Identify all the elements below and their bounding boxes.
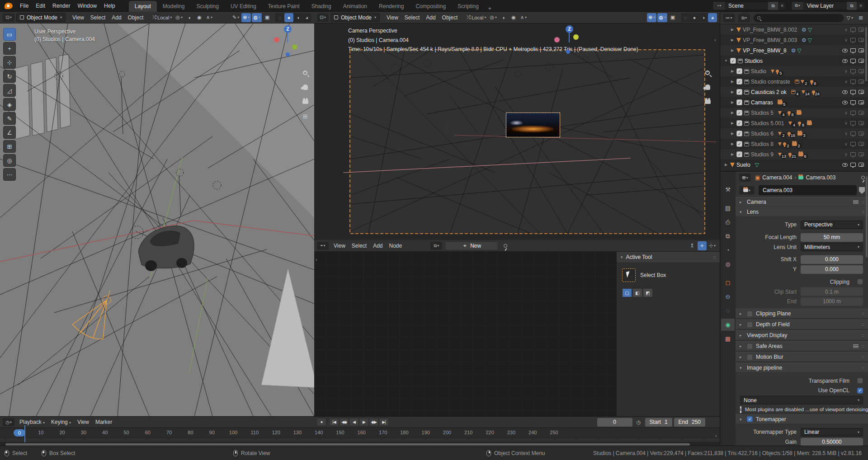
falloff-dropdown-icon[interactable]: ∧▾	[519, 13, 528, 22]
tab-constraints[interactable]: ⊝	[721, 291, 735, 303]
outliner-item[interactable]: ▶Studios 913216∨	[720, 149, 868, 160]
outliner-item[interactable]: ▶Causticas 2 ok41424	[720, 87, 868, 97]
use-preview-range-icon[interactable]: ◷	[634, 418, 643, 427]
lens-unit-dropdown[interactable]: Millimeters▾	[801, 243, 863, 251]
properties-context-icon[interactable]: ⛃▾	[739, 174, 751, 182]
panel-depth-of-field[interactable]: ▸Depth of Field::::	[736, 319, 868, 329]
outliner-item-name[interactable]: Studios 6	[751, 131, 774, 137]
outliner-item-name[interactable]: Camaras	[751, 99, 773, 106]
presets-list-icon[interactable]	[853, 200, 859, 204]
jump-end-button[interactable]: ▶|	[379, 418, 389, 426]
disable-in-viewports-icon[interactable]	[850, 111, 856, 115]
camera-viewport-menu-add[interactable]: Add	[423, 14, 439, 21]
prev-key-button[interactable]: ◀◆	[339, 418, 349, 426]
view-layer-unlink-icon[interactable]: ×	[857, 2, 865, 10]
tab-object-data[interactable]: ◉	[721, 319, 735, 331]
expand-arrow-icon[interactable]: ▶	[730, 121, 735, 125]
tab-rendering[interactable]: Rendering	[373, 1, 410, 12]
outliner-item[interactable]: ▼Studios	[720, 56, 868, 66]
frame-start-field[interactable]: Start1	[645, 418, 672, 427]
panel-tonemapper[interactable]: ▾ Tonemapper	[736, 414, 868, 424]
camera-viewport-menu-select[interactable]: Select	[401, 14, 423, 21]
disable-in-renders-icon[interactable]	[859, 152, 864, 156]
record-button[interactable]: ●	[316, 418, 326, 426]
breadcrumb-object[interactable]: Camera.004	[762, 174, 792, 181]
panel-image-pipeline[interactable]: ▾ Image pipeline ::::	[736, 363, 868, 373]
tab-sculpting[interactable]: Sculpting	[191, 1, 225, 12]
gizmo-minus-z[interactable]	[566, 50, 570, 54]
disable-in-renders-icon[interactable]	[859, 111, 864, 115]
snap-node-dropdown-icon[interactable]: ⊹▾	[708, 241, 717, 250]
disable-in-renders-icon[interactable]	[859, 28, 864, 32]
playhead-line[interactable]	[24, 425, 25, 442]
disable-in-viewports-icon[interactable]	[850, 163, 856, 167]
expand-arrow-icon[interactable]: ▶	[730, 38, 735, 42]
clip-end-field[interactable]: 1000 m	[801, 297, 863, 306]
tab-texture[interactable]: ▩	[721, 333, 735, 345]
shading-wireframe-icon[interactable]: ◌	[275, 13, 284, 22]
collection-checkbox[interactable]	[736, 79, 742, 84]
snap-target-icon[interactable]: ◎▾	[488, 13, 498, 22]
viewport-3d[interactable]	[0, 23, 314, 416]
disable-in-viewports-icon[interactable]	[850, 38, 856, 42]
parent-node-tree-icon[interactable]: ↥	[688, 241, 697, 250]
gizmos-toggle-icon[interactable]: ⊕▾	[241, 13, 251, 22]
outliner-search-input[interactable]	[754, 14, 844, 22]
viewport-menu-object[interactable]: Object	[125, 14, 147, 21]
expand-arrow-icon[interactable]: ▶	[730, 69, 735, 73]
shading-solid-icon[interactable]: ●	[284, 13, 293, 22]
tab-world[interactable]: ◍	[721, 258, 735, 270]
fake-user-shield-icon[interactable]	[859, 187, 865, 194]
outliner-item-name[interactable]: Studio	[751, 68, 766, 75]
next-key-button[interactable]: ◆▶	[369, 418, 379, 426]
tool-transform-icon[interactable]: ◈	[3, 98, 16, 111]
zoom-icon[interactable]	[300, 68, 310, 78]
expand-arrow-icon[interactable]: ▶	[730, 131, 735, 136]
tab-output[interactable]: ⎙	[721, 216, 735, 228]
outliner-display-mode-icon[interactable]: ≔▾	[723, 14, 735, 22]
collection-checkbox[interactable]	[736, 89, 742, 95]
mode-dropdown[interactable]: Object Mode▾	[16, 13, 66, 22]
panel-checkbox[interactable]	[747, 343, 753, 349]
disable-in-viewports-icon[interactable]	[850, 100, 856, 104]
viewport-menu-view[interactable]: View	[69, 14, 87, 21]
viewport-menu-select[interactable]: Select	[87, 14, 108, 21]
disable-in-viewports-icon[interactable]	[850, 48, 856, 52]
shading-solid-icon[interactable]: ●	[690, 13, 699, 22]
disable-in-viewports-icon[interactable]	[850, 28, 856, 32]
expand-arrow-icon[interactable]: ▶	[730, 28, 735, 32]
annotate-visibility-icon[interactable]: ✎▾	[231, 13, 241, 22]
panel-clipping-plane[interactable]: ▸Clipping Plane::::	[736, 309, 868, 319]
outliner-item[interactable]: ▶Studios 548∨	[720, 108, 868, 118]
outliner-item-name[interactable]: Studios 5.001	[751, 120, 784, 127]
panel-checkbox[interactable]	[747, 354, 753, 360]
outliner-item-name[interactable]: VP_Free_BMW_8	[743, 47, 787, 54]
outliner-item[interactable]: ▶Camaras5	[720, 97, 868, 108]
disable-in-renders-icon[interactable]	[859, 142, 864, 146]
pin-icon[interactable]	[504, 244, 507, 248]
shift-x-field[interactable]: 0.000	[801, 255, 863, 264]
tab-object[interactable]: ◻	[721, 277, 735, 289]
xray-toggle-icon[interactable]: ▣	[263, 13, 272, 22]
tool-annotate-icon[interactable]: ✎	[3, 112, 16, 125]
menu-window[interactable]: Window	[74, 0, 100, 12]
blender-logo-icon[interactable]	[5, 3, 13, 9]
overlays-toggle-icon[interactable]: ◍▾	[252, 13, 262, 22]
gizmos-toggle-icon[interactable]: ⊕▾	[647, 13, 656, 22]
properties-scrollbar[interactable]	[866, 176, 868, 258]
node-menu-node[interactable]: Node	[386, 243, 406, 249]
shading-wireframe-icon[interactable]: ◌	[681, 13, 690, 22]
scene-selector[interactable]: ◔▾ Scene ⧉ ×	[712, 1, 787, 10]
menu-help[interactable]: Help	[100, 0, 119, 12]
camera-viewport-menu-view[interactable]: View	[383, 14, 401, 21]
outliner-item-name[interactable]: Causticas 2 ok	[751, 89, 787, 95]
tab-tool[interactable]: ⚒	[721, 183, 735, 196]
datablock-name-input[interactable]: Camera.003	[759, 185, 857, 195]
frame-end-field[interactable]: End250	[674, 418, 705, 427]
disable-in-viewports-icon[interactable]	[850, 90, 856, 94]
gizmo-y-axis[interactable]	[292, 44, 297, 50]
scene-unlink-icon[interactable]: ×	[778, 2, 786, 10]
timeline-menu-playback[interactable]: Playback ▾	[16, 419, 48, 425]
tab-scene[interactable]: ◔	[721, 244, 735, 256]
disable-in-viewports-icon[interactable]	[850, 121, 856, 125]
